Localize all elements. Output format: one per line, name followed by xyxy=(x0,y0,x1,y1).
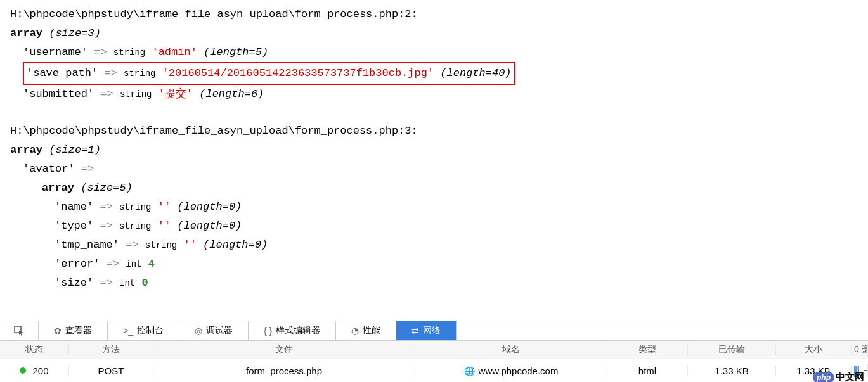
network-icon: ⇄ xyxy=(411,326,419,336)
console-icon: >_ xyxy=(123,326,133,336)
highlight-box: 'save_path' => string '20160514/20160514… xyxy=(23,62,515,85)
arrow-icon: => xyxy=(100,220,112,232)
array-keyword: array xyxy=(10,144,42,156)
cell-method: POST xyxy=(69,366,153,376)
dump2-path: H:\phpcode\phpstudy\iframe_file_asyn_upl… xyxy=(10,122,858,141)
gauge-icon: ◔ xyxy=(351,326,359,336)
tab-label: 样式编辑器 xyxy=(276,325,320,336)
dump2-row-type: 'type' => string '' (length=0) xyxy=(10,217,858,236)
tab-console[interactable]: >_控制台 xyxy=(108,321,179,340)
tab-label: 控制台 xyxy=(137,325,164,336)
row-type: int xyxy=(126,259,141,269)
cell-status: 200 xyxy=(0,366,69,376)
tab-inspector[interactable]: ✿查看器 xyxy=(39,321,108,340)
arrow-icon: => xyxy=(100,277,112,289)
tab-label: 性能 xyxy=(363,325,380,336)
row-value: '' xyxy=(158,201,171,213)
row-key: 'username' xyxy=(23,46,87,58)
var-dump-area: H:\phpcode\phpstudy\iframe_file_asyn_upl… xyxy=(0,0,868,298)
cell-file: form_process.php xyxy=(153,366,415,376)
cell-domain: 🌐̸www.phpcode.com xyxy=(415,366,607,376)
row-key: 'type' xyxy=(55,220,93,232)
col-method[interactable]: 方法 xyxy=(69,344,153,355)
arrow-icon: => xyxy=(107,258,119,270)
row-value: '' xyxy=(158,220,171,232)
devtools-tabs: ✿查看器 >_控制台 ◎调试器 { }样式编辑器 ◔性能 ⇄网络 xyxy=(0,321,868,341)
array-keyword: array xyxy=(42,182,74,194)
size-info: (size=3) xyxy=(49,27,101,39)
row-value: 0 xyxy=(141,277,148,289)
row-key: 'name' xyxy=(55,201,93,213)
row-key: 'submitted' xyxy=(23,88,94,100)
network-table-header: 状态 方法 文件 域名 类型 已传输 大小 0 毫秒 xyxy=(0,341,868,359)
row-length: (length=0) xyxy=(177,220,242,232)
watermark-text: 中文网 xyxy=(836,371,864,382)
tab-network[interactable]: ⇄网络 xyxy=(396,321,457,340)
col-time[interactable]: 0 毫秒 xyxy=(852,344,868,355)
col-file[interactable]: 文件 xyxy=(153,344,415,355)
dump1-row-savepath: 'save_path' => string '20160514/20160514… xyxy=(10,62,858,85)
col-type[interactable]: 类型 xyxy=(607,344,688,355)
dump1-row-username: 'username' => string 'admin' (length=5) xyxy=(10,43,858,62)
tab-label: 网络 xyxy=(423,325,441,336)
domain-text: www.phpcode.com xyxy=(479,366,559,376)
row-value: '提交' xyxy=(159,88,193,100)
dump2-row-name: 'name' => string '' (length=0) xyxy=(10,198,858,217)
dump1-path: H:\phpcode\phpstudy\iframe_file_asyn_upl… xyxy=(10,5,858,24)
dump1-header: array (size=3) xyxy=(10,24,858,43)
row-value: 'admin' xyxy=(152,46,197,58)
cell-transferred: 1.33 KB xyxy=(688,366,776,376)
tab-styles[interactable]: { }样式编辑器 xyxy=(249,321,336,340)
row-length: (length=0) xyxy=(177,201,242,213)
globe-strike-icon: 🌐̸ xyxy=(464,366,475,376)
row-type: string xyxy=(145,240,177,250)
dump2-row-size: 'size' => int 0 xyxy=(10,274,858,293)
size-info: (size=1) xyxy=(49,144,101,156)
arrow-icon: => xyxy=(126,239,138,251)
tab-debugger[interactable]: ◎调试器 xyxy=(179,321,249,340)
arrow-icon: => xyxy=(100,88,113,100)
dump2-row-error: 'error' => int 4 xyxy=(10,255,858,274)
col-transferred[interactable]: 已传输 xyxy=(688,344,776,355)
row-key: 'save_path' xyxy=(27,67,98,79)
devtools-panel: ✿查看器 >_控制台 ◎调试器 { }样式编辑器 ◔性能 ⇄网络 状态 方法 文… xyxy=(0,321,868,382)
arrow-icon: => xyxy=(94,46,107,58)
tab-label: 查看器 xyxy=(65,325,92,336)
dump2-header: array (size=1) xyxy=(10,141,858,160)
row-value: '20160514/20160514223633573737f1b30cb.jp… xyxy=(162,67,434,79)
debugger-icon: ◎ xyxy=(195,326,202,336)
dump1-row-submitted: 'submitted' => string '提交' (length=6) xyxy=(10,85,858,104)
array-keyword: array xyxy=(10,27,42,39)
row-length: (length=40) xyxy=(440,67,511,79)
arrow-icon: => xyxy=(81,163,94,175)
tab-performance[interactable]: ◔性能 xyxy=(336,321,396,340)
arrow-icon: => xyxy=(104,67,117,79)
row-length: (length=6) xyxy=(199,88,264,100)
gear-icon: ✿ xyxy=(54,326,62,336)
pick-element-button[interactable] xyxy=(0,321,39,340)
row-length: (length=0) xyxy=(203,239,268,251)
row-type: string xyxy=(119,221,151,231)
row-value: 4 xyxy=(148,258,155,270)
row-key: 'tmp_name' xyxy=(55,239,119,251)
network-row[interactable]: 200 POST form_process.php 🌐̸www.phpcode.… xyxy=(0,359,868,382)
dump2-row-tmpname: 'tmp_name' => string '' (length=0) xyxy=(10,236,858,255)
row-key: 'size' xyxy=(55,277,93,289)
dump2-row-avator: 'avator' => xyxy=(10,160,858,179)
watermark: php 中文网 xyxy=(813,371,864,382)
size-info: (size=5) xyxy=(81,182,133,194)
col-size[interactable]: 大小 xyxy=(776,344,852,355)
status-code: 200 xyxy=(32,366,48,376)
styles-icon: { } xyxy=(264,326,272,336)
row-value: '' xyxy=(183,239,196,251)
row-key: 'error' xyxy=(55,258,100,270)
row-key: 'avator' xyxy=(23,163,75,175)
col-status[interactable]: 状态 xyxy=(0,344,69,355)
php-badge: php xyxy=(813,372,834,383)
row-type: string xyxy=(124,68,155,79)
row-type: string xyxy=(120,89,152,99)
row-length: (length=5) xyxy=(204,46,268,58)
tab-label: 调试器 xyxy=(206,325,233,336)
col-domain[interactable]: 域名 xyxy=(415,344,607,355)
row-type: int xyxy=(119,278,135,288)
